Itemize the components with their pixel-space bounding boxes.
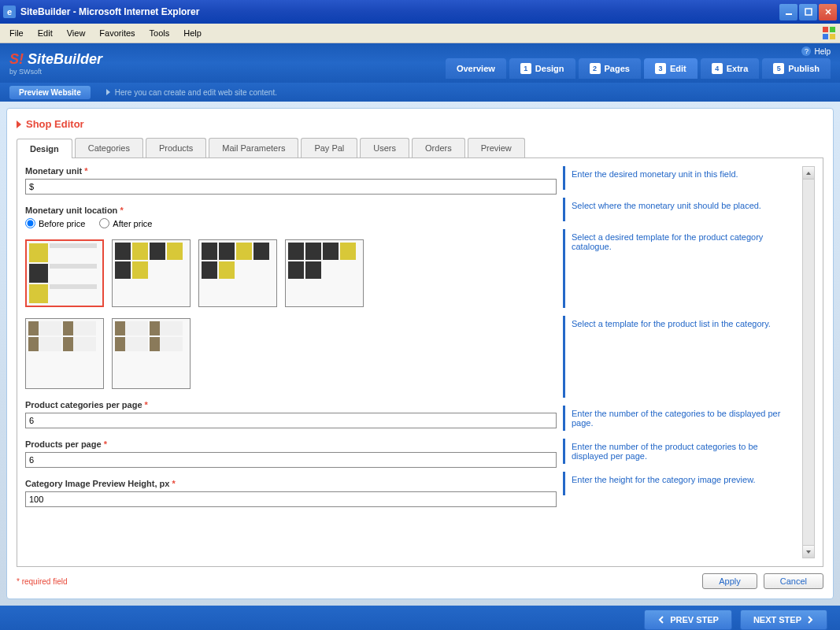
help-templates-list: Select a template for the product list i… (572, 319, 794, 328)
before-price-radio[interactable]: Before price (25, 218, 85, 228)
help-categories-per-page: Enter the number of the categories to be… (572, 409, 794, 428)
page-title: Shop Editor (26, 118, 84, 130)
categories-per-page-label: Product categories per page * (25, 400, 557, 410)
menu-tools[interactable]: Tools (143, 26, 176, 40)
next-step-button[interactable]: NEXT STEP (740, 610, 827, 630)
logo: S! SiteBuilder by SWsoft (9, 51, 102, 76)
categories-per-page-input[interactable] (25, 413, 557, 428)
tab-preview[interactable]: Preview (468, 138, 525, 158)
category-template-2[interactable] (112, 239, 191, 307)
category-template-4[interactable] (285, 239, 364, 307)
menu-edit[interactable]: Edit (31, 26, 59, 40)
step-nav: PREV STEP NEXT STEP (0, 606, 840, 630)
windows-logo-icon (821, 25, 837, 41)
nav-tab-publish[interactable]: 5Publish (762, 58, 831, 79)
breadcrumb-arrow-icon (17, 120, 21, 128)
tab-users[interactable]: Users (360, 138, 409, 158)
required-field-note: * required field (17, 577, 67, 586)
help-image-height: Enter the height for the category image … (572, 475, 794, 484)
help-products-per-page: Enter the number of the product categori… (572, 442, 794, 461)
apply-button[interactable]: Apply (702, 573, 757, 589)
menu-help[interactable]: Help (177, 26, 208, 40)
svg-rect-3 (830, 27, 835, 32)
cancel-button[interactable]: Cancel (764, 573, 823, 589)
svg-rect-2 (823, 27, 828, 32)
svg-rect-4 (823, 34, 828, 39)
monetary-unit-label: Monetary unit * (25, 166, 557, 176)
category-template-3[interactable] (198, 239, 277, 307)
window-titlebar: SiteBuilder - Microsoft Internet Explore… (0, 0, 840, 24)
tab-products[interactable]: Products (146, 138, 206, 158)
svg-rect-0 (786, 13, 792, 15)
browser-menubar: FileEditViewFavoritesToolsHelp (0, 24, 840, 43)
tab-orders[interactable]: Orders (412, 138, 465, 158)
help-monetary-unit: Enter the desired monetary unit in this … (572, 169, 794, 179)
close-button[interactable] (819, 4, 837, 20)
menu-view[interactable]: View (61, 26, 92, 40)
scrollbar[interactable] (802, 166, 815, 558)
nav-tab-design[interactable]: 1Design (509, 58, 575, 79)
list-template-2[interactable] (112, 318, 191, 389)
help-location: Select where the monetary unit should be… (572, 201, 794, 210)
tab-mail-parameters[interactable]: Mail Parameters (209, 138, 298, 158)
menu-favorites[interactable]: Favorites (93, 26, 141, 40)
products-per-page-label: Products per page * (25, 439, 557, 449)
ie-icon (3, 6, 16, 18)
image-height-label: Category Image Preview Height, px * (25, 479, 557, 488)
menu-file[interactable]: File (3, 26, 30, 40)
tab-pay-pal[interactable]: Pay Pal (301, 138, 357, 158)
image-height-input[interactable] (25, 491, 557, 507)
app-header: S! SiteBuilder by SWsoft ? Help Overview… (0, 43, 840, 83)
help-icon: ? (801, 46, 811, 56)
category-template-1[interactable] (25, 239, 104, 307)
prev-step-button[interactable]: PREV STEP (644, 610, 732, 630)
scroll-down-button[interactable] (803, 545, 814, 558)
arrow-right-icon (106, 89, 110, 95)
scroll-up-button[interactable] (803, 167, 814, 180)
monetary-unit-input[interactable] (25, 179, 557, 195)
page-description: Here you can create and edit web site co… (106, 88, 277, 97)
tab-design[interactable]: Design (17, 139, 72, 158)
maximize-button[interactable] (799, 4, 817, 20)
svg-rect-5 (830, 34, 835, 39)
help-link[interactable]: ? Help (801, 46, 831, 56)
list-template-1[interactable] (25, 318, 104, 389)
monetary-location-label: Monetary unit location * (25, 206, 557, 215)
nav-tab-extra[interactable]: 4Extra (701, 58, 760, 79)
nav-tab-pages[interactable]: 2Pages (579, 58, 641, 79)
sub-header: Preview Website Here you can create and … (0, 83, 840, 102)
after-price-radio[interactable]: After price (99, 218, 152, 228)
svg-rect-1 (805, 9, 812, 15)
help-templates-category: Select a desired template for the produc… (572, 232, 794, 251)
nav-tab-overview[interactable]: Overview (446, 58, 506, 79)
preview-website-button[interactable]: Preview Website (9, 86, 91, 99)
products-per-page-input[interactable] (25, 452, 557, 468)
nav-tab-edit[interactable]: 3Edit (644, 58, 698, 79)
tab-categories[interactable]: Categories (75, 138, 143, 158)
chevron-right-icon (806, 616, 814, 624)
breadcrumb: Shop Editor (17, 118, 823, 130)
minimize-button[interactable] (779, 4, 797, 20)
window-title: SiteBuilder - Microsoft Internet Explore… (20, 6, 199, 17)
chevron-left-icon (657, 616, 665, 624)
